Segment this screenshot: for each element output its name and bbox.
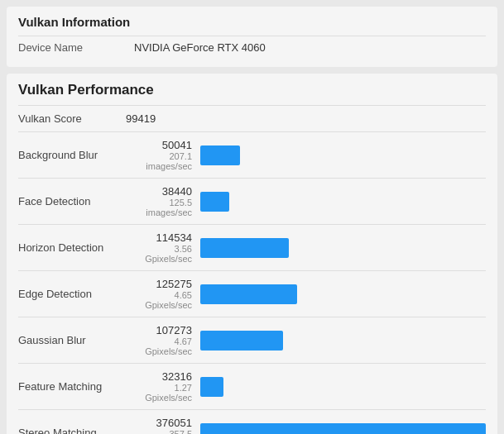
- vulkan-perf-section: Vulkan Performance Vulkan Score 99419 Ba…: [7, 74, 497, 434]
- perf-row-score: 376051: [126, 417, 192, 429]
- perf-bar: [200, 423, 486, 435]
- perf-row-score: 125275: [126, 278, 192, 290]
- perf-rows-container: Background Blur50041207.1 images/secFace…: [18, 131, 486, 434]
- perf-row-values: 323161.27 Gpixels/sec: [126, 370, 200, 403]
- perf-bar-container: [200, 190, 486, 213]
- perf-row-score: 107273: [126, 324, 192, 336]
- perf-row-values: 376051357.5 Gpixels/sec: [126, 417, 200, 434]
- perf-row-sub: 125.5 images/sec: [126, 198, 192, 217]
- perf-bar-container: [200, 375, 486, 398]
- vulkan-score-row: Vulkan Score 99419: [18, 105, 486, 131]
- perf-row-score: 50041: [126, 139, 192, 151]
- perf-bar: [200, 192, 229, 212]
- perf-bar-container: [200, 144, 486, 167]
- perf-row: Feature Matching323161.27 Gpixels/sec: [18, 363, 486, 409]
- perf-row: Stereo Matching376051357.5 Gpixels/sec: [18, 409, 486, 434]
- perf-row: Edge Detection1252754.65 Gpixels/sec: [18, 270, 486, 317]
- perf-row-values: 1252754.65 Gpixels/sec: [126, 278, 200, 310]
- perf-row: Gaussian Blur1072734.67 Gpixels/sec: [18, 317, 486, 363]
- perf-row-score: 32316: [126, 370, 192, 383]
- vulkan-score-label: Vulkan Score: [18, 112, 126, 125]
- perf-row-label: Horizon Detection: [18, 241, 126, 254]
- perf-row-sub: 357.5 Gpixels/sec: [126, 429, 192, 434]
- perf-row-sub: 3.56 Gpixels/sec: [126, 244, 192, 264]
- perf-bar: [200, 238, 289, 258]
- perf-row-values: 50041207.1 images/sec: [126, 139, 200, 171]
- device-name-label: Device Name: [18, 41, 134, 54]
- vulkan-perf-title: Vulkan Performance: [18, 82, 486, 98]
- perf-row: Horizon Detection1145343.56 Gpixels/sec: [18, 224, 486, 270]
- perf-row: Background Blur50041207.1 images/sec: [18, 131, 486, 178]
- perf-bar: [200, 145, 240, 165]
- perf-row-label: Edge Detection: [18, 288, 126, 300]
- perf-row-label: Face Detection: [18, 195, 126, 207]
- vulkan-info-section: Vulkan Information Device Name NVIDIA Ge…: [7, 7, 497, 67]
- perf-row-values: 38440125.5 images/sec: [126, 185, 200, 217]
- perf-row-sub: 207.1 images/sec: [126, 151, 192, 171]
- vulkan-info-title: Vulkan Information: [18, 15, 486, 29]
- vulkan-score-value: 99419: [126, 112, 156, 125]
- perf-row-label: Feature Matching: [18, 380, 126, 393]
- perf-row-values: 1072734.67 Gpixels/sec: [126, 324, 200, 356]
- perf-row-score: 38440: [126, 185, 192, 198]
- perf-bar-container: [200, 329, 486, 352]
- perf-bar: [200, 284, 297, 304]
- perf-row-label: Gaussian Blur: [18, 334, 126, 346]
- perf-bar-container: [200, 283, 486, 306]
- perf-row-score: 114534: [126, 231, 192, 244]
- perf-row-label: Background Blur: [18, 149, 126, 161]
- perf-bar: [200, 331, 283, 351]
- perf-bar-container: [200, 422, 486, 435]
- perf-row-values: 1145343.56 Gpixels/sec: [126, 231, 200, 264]
- perf-row-sub: 4.67 Gpixels/sec: [126, 336, 192, 356]
- perf-bar: [200, 377, 223, 397]
- device-name-row: Device Name NVIDIA GeForce RTX 4060: [18, 36, 486, 59]
- perf-row-sub: 1.27 Gpixels/sec: [126, 383, 192, 403]
- perf-row: Face Detection38440125.5 images/sec: [18, 178, 486, 224]
- perf-row-label: Stereo Matching: [18, 427, 126, 434]
- perf-bar-container: [200, 236, 486, 260]
- device-name-value: NVIDIA GeForce RTX 4060: [134, 41, 266, 54]
- perf-row-sub: 4.65 Gpixels/sec: [126, 290, 192, 310]
